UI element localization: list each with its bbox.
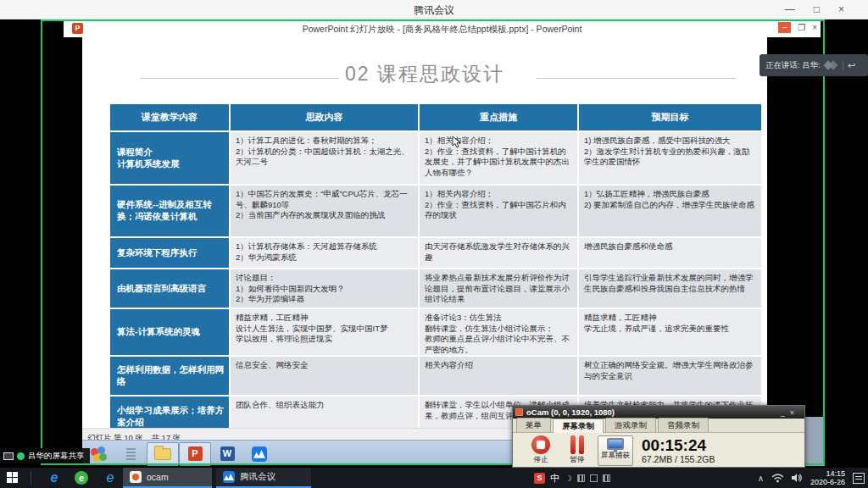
- tray-expand-chevron-icon[interactable]: ∧: [758, 474, 764, 483]
- table-row: 由机器语言到高级语言讨论题目： 1）如何看待中国新四大发明？ 2）华为开源编译器…: [110, 269, 763, 309]
- ocam-toolbar: 停止 暂停 屏幕捕获 00:15:24 67.2MB / 155.2GB: [513, 433, 804, 468]
- ocam-tab-3[interactable]: 游戏录制: [605, 418, 656, 432]
- powerpoint-titlebar: P PowerPoint 幻灯片放映 - [商务风格年终总结ppt模板.pptx…: [64, 20, 821, 37]
- table-cell-measures: 1）相关内容介绍； 2）作业：查找资料，了解中国芯片和内存的现状: [420, 186, 579, 238]
- speaking-toast-text: 正在讲话: 吕华:: [765, 60, 821, 71]
- ime-clipboard-icon[interactable]: [603, 474, 610, 482]
- presenter-app-powerpoint-icon[interactable]: P: [179, 442, 211, 466]
- table-cell-ideology: 讨论题目： 1）如何看待中国新四大发明？ 2）华为开源编译器: [231, 269, 420, 309]
- shared-screen-area: P PowerPoint 幻灯片放映 - [商务风格年终总结ppt模板.pptx…: [0, 19, 868, 468]
- table-cell-ideology: 团队合作、组织表达能力: [231, 396, 420, 428]
- recording-file-size: 67.2MB / 155.2GB: [642, 454, 715, 464]
- taskbar-button-meeting[interactable]: 腾讯会议: [216, 468, 311, 488]
- powerpoint-restore-button[interactable]: ❐: [798, 22, 805, 33]
- table-cell-ideology: 1）计算工具的进化：春秋时期的算筹； 2）计算机的分类：中国超级计算机：太湖之光…: [231, 132, 420, 186]
- 360-browser-icon[interactable]: e: [75, 470, 90, 485]
- wifi-icon[interactable]: [771, 473, 784, 483]
- meeting-taskbar-icon: [223, 471, 235, 483]
- meeting-minimize-button[interactable]: —: [785, 3, 795, 16]
- share-source-label: 吕华的屏幕共享: [0, 448, 90, 463]
- taskbar-separator: [31, 471, 31, 485]
- ime-toolbox-icon[interactable]: [590, 474, 598, 482]
- recording-elapsed-time: 00:15:24: [642, 437, 715, 454]
- ocam-taskbar-label: ocam: [147, 472, 169, 482]
- stop-recording-button[interactable]: 停止: [521, 435, 560, 465]
- tencent-meeting-logo-icon: [825, 60, 838, 70]
- presenter-app-grid-icon[interactable]: [114, 442, 147, 466]
- table-cell-topic: 由机器语言到高级语言: [110, 269, 231, 309]
- ocam-tabs: 菜单屏幕录制游戏录制音频录制: [513, 419, 804, 433]
- meeting-close-button[interactable]: ×: [838, 3, 844, 16]
- presenter-app-word-icon[interactable]: W: [211, 442, 243, 466]
- speaking-toast: 正在讲话: 吕华: ↩: [760, 54, 868, 76]
- table-cell-ideology: 精益求精，工匠精神 设计人生算法，实现中国梦、实现中国IT梦 学以致用，将理论照…: [231, 309, 420, 357]
- action-center-icon[interactable]: [853, 473, 865, 484]
- powerpoint-window-title: PowerPoint 幻灯片放映 - [商务风格年终总结ppt模板.pptx] …: [64, 24, 821, 36]
- table-row: 怎样利用数据，怎样利用网络信息安全、网络安全相关内容介绍树立正确的网络安全观。增…: [110, 357, 763, 396]
- ime-language-indicator[interactable]: 中: [550, 472, 559, 485]
- table-cell-topic: 算法-计算系统的灵魂: [110, 309, 231, 357]
- table-cell-goals: 树立正确的网络安全观。增强大学生网络政治参与的安全意识: [579, 357, 763, 396]
- toast-reply-arrow-icon[interactable]: ↩: [848, 60, 855, 71]
- table-header-cell: 课堂教学内容: [110, 104, 231, 132]
- screen-capture-button[interactable]: 屏幕捕获: [598, 435, 633, 466]
- meeting-titlebar: 腾讯会议 — □ ×: [0, 0, 868, 19]
- table-cell-topic: 硬件系统--进制及相互转换；冯诺依曼计算机: [110, 186, 231, 238]
- table-header-row: 课堂教学内容思政内容重点措施预期目标: [110, 104, 763, 132]
- sogou-input-icon[interactable]: S: [534, 473, 545, 484]
- table-cell-ideology: 1）计算机存储体系：天河超算存储系统 2）华为鸿蒙系统: [231, 238, 420, 269]
- powerpoint-close-button[interactable]: ×: [812, 22, 817, 33]
- table-cell-topic: 课程简介 计算机系统发展: [110, 132, 231, 186]
- table-cell-ideology: 信息安全、网络安全: [231, 357, 420, 396]
- ocam-tab-2[interactable]: 屏幕录制: [553, 419, 604, 433]
- table-cell-topic: 复杂环境下程序执行: [110, 238, 231, 269]
- ocam-tab-1[interactable]: 菜单: [516, 418, 551, 432]
- ime-tray-cluster: S 中 ☽: [534, 468, 610, 488]
- clock-date: 2020-6-26: [810, 478, 845, 486]
- table-cell-measures: 由天河存储系统激发学生对存储体系的兴趣: [420, 238, 579, 269]
- ocam-titlebar[interactable]: oCam (0, 0, 1920, 1080) _×: [513, 406, 804, 419]
- screen-capture-icon: [607, 438, 624, 450]
- mouse-cursor-icon: [452, 136, 461, 148]
- table-cell-measures: 准备讨论3：仿生算法 翻转课堂，仿生算法小组讨论展示； 教师的重点是点评小组讨论…: [420, 309, 579, 357]
- pause-recording-button[interactable]: 暂停: [560, 435, 594, 465]
- presenter-app-tencent-meeting-icon[interactable]: [243, 442, 275, 466]
- meeting-window-title: 腾讯会议: [0, 3, 868, 18]
- table-cell-goals: 1）弘扬工匠精神，增强民族自豪感 2) 要加紧制造自己的内存，增强学生民族使命感: [579, 186, 763, 238]
- table-cell-goals: 1) 增强民族自豪感，感受中国科技的强大 2）激发学生对计算机专业的热爱和兴趣，…: [579, 132, 763, 186]
- system-tray: ∧ 14:15 2020-6-26: [758, 468, 868, 488]
- slide-title: 02 课程思政设计: [82, 61, 767, 87]
- pause-label: 暂停: [560, 455, 594, 465]
- ie-browser-icon[interactable]: e: [103, 470, 118, 485]
- speaker-icon[interactable]: [792, 473, 803, 483]
- taskbar-button-ocam[interactable]: ocam: [123, 468, 212, 488]
- ime-keyboard-icon[interactable]: [577, 474, 585, 482]
- ocam-close-button[interactable]: ×: [790, 408, 799, 417]
- title-decoration-line: [140, 78, 339, 79]
- table-header-cell: 思政内容: [231, 104, 420, 132]
- toast-divider: [843, 60, 843, 70]
- start-button[interactable]: [7, 472, 19, 484]
- table-row: 复杂环境下程序执行1）计算机存储体系：天河超算存储系统 2）华为鸿蒙系统由天河存…: [110, 238, 763, 269]
- stop-icon: [531, 435, 550, 454]
- powerpoint-minimize-button[interactable]: –: [778, 22, 791, 33]
- ocam-window-title: oCam (0, 0, 1920, 1080): [526, 408, 781, 417]
- mic-active-icon: [17, 452, 25, 460]
- ocam-tab-4[interactable]: 音频录制: [658, 418, 709, 432]
- table-cell-measures: 将业界热点最新技术发展分析评价作为讨论题目，提前布置讨论题目，课堂展示小组讨论结…: [420, 269, 579, 309]
- screen: 腾讯会议 — □ × P PowerPoint 幻灯片放映 - [商务风格年终总…: [0, 0, 868, 488]
- meeting-taskbar-label: 腾讯会议: [240, 471, 275, 483]
- table-cell-measures: 相关内容介绍: [420, 357, 579, 396]
- windows-taskbar: e e e ocam 腾讯会议 S 中 ☽ ∧: [0, 468, 868, 488]
- ocam-minimize-button[interactable]: _: [781, 408, 790, 417]
- stop-label: 停止: [521, 455, 560, 465]
- presenter-app-explorer-icon[interactable]: [147, 442, 179, 466]
- ime-moon-icon[interactable]: ☽: [565, 474, 572, 483]
- table-cell-goals: 精益求精，工匠精神 学无止境，养成严谨，追求完美的重要性: [579, 309, 763, 357]
- edge-browser-icon[interactable]: e: [47, 470, 62, 485]
- ocam-taskbar-icon: [130, 471, 142, 483]
- share-source-text: 吕华的屏幕共享: [28, 451, 85, 462]
- meeting-maximize-button[interactable]: □: [814, 3, 820, 16]
- table-header-cell: 重点措施: [420, 104, 579, 132]
- taskbar-clock[interactable]: 14:15 2020-6-26: [810, 469, 845, 486]
